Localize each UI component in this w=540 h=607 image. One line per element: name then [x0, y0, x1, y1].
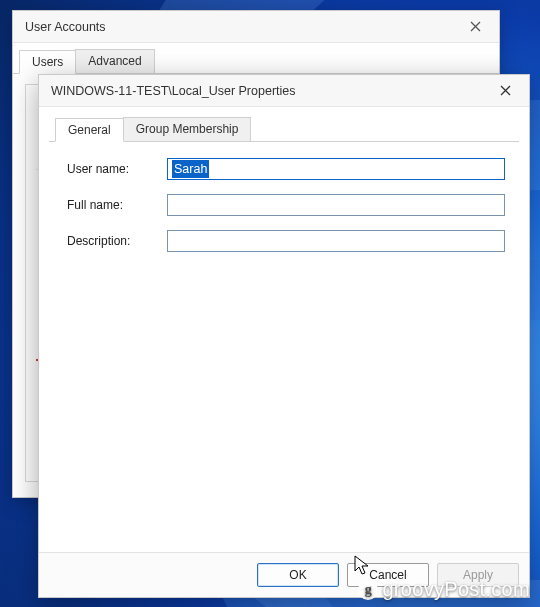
watermark-logo-icon: g [358, 580, 378, 600]
tab-advanced[interactable]: Advanced [75, 49, 154, 73]
user-accounts-title: User Accounts [25, 20, 106, 34]
properties-titlebar: WINDOWS-11-TEST\Local_User Properties [39, 75, 529, 107]
watermark: g groovyPost.com [358, 578, 530, 601]
tab-general[interactable]: General [55, 118, 124, 142]
properties-title: WINDOWS-11-TEST\Local_User Properties [51, 84, 296, 98]
row-description: Description: [67, 230, 505, 252]
close-icon[interactable] [485, 75, 525, 106]
ok-button[interactable]: OK [257, 563, 339, 587]
username-value: Sarah [172, 160, 209, 178]
row-username: User name: Sarah [67, 158, 505, 180]
label-fullname: Full name: [67, 198, 167, 212]
close-icon[interactable] [455, 11, 495, 42]
user-accounts-titlebar: User Accounts [13, 11, 499, 43]
properties-body: General Group Membership User name: Sara… [39, 107, 529, 544]
label-username: User name: [67, 162, 167, 176]
user-properties-dialog: WINDOWS-11-TEST\Local_User Properties Ge… [38, 74, 530, 598]
label-description: Description: [67, 234, 167, 248]
fullname-field[interactable] [167, 194, 505, 216]
username-field[interactable]: Sarah [167, 158, 505, 180]
description-field[interactable] [167, 230, 505, 252]
tab-users[interactable]: Users [19, 50, 76, 74]
general-form: User name: Sarah Full name: Description: [49, 142, 519, 534]
watermark-text: groovyPost.com [382, 578, 530, 601]
row-fullname: Full name: [67, 194, 505, 216]
tab-group-membership[interactable]: Group Membership [123, 117, 252, 141]
properties-tabs: General Group Membership [49, 111, 519, 142]
user-accounts-tabs: Users Advanced [13, 43, 499, 74]
